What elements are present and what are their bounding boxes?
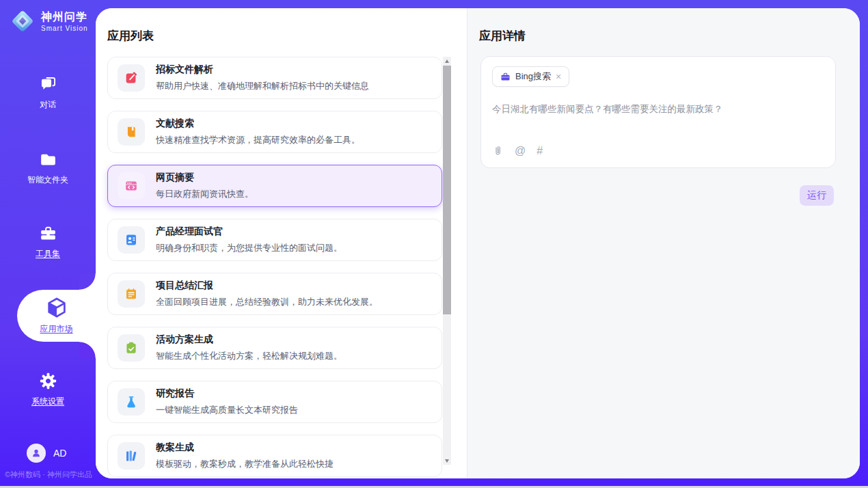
list-item-lesson-plan[interactable]: 教案生成 模板驱动，教案秒成，教学准备从此轻松快捷 <box>107 435 442 477</box>
person-icon <box>31 448 42 459</box>
content-area: 应用列表 招标文件解析 帮助用户快速、准确地理解和解析招标书中的关键信息 文献搜… <box>96 8 860 478</box>
tool-tag-label: Bing搜索 <box>515 70 551 83</box>
hashtag-icon[interactable]: # <box>537 146 543 157</box>
diamond-logo-icon <box>10 8 36 34</box>
triangle-up-icon <box>445 59 449 63</box>
app-description: 模板驱动，教案秒成，教学准备从此轻松快捷 <box>156 458 334 470</box>
app-detail-panel: 应用详情 Bing搜索 × 今日湖北有哪些新闻要点？有哪些需要关注的最新政策？ … <box>467 8 860 478</box>
list-item-web-summary[interactable]: 网页摘要 每日政府新闻资讯快查。 <box>107 165 442 207</box>
close-icon[interactable]: × <box>556 72 561 81</box>
app-title: 文献搜索 <box>156 118 360 130</box>
folder-icon <box>39 150 57 172</box>
app-description: 一键智能生成高质量长文本研究报告 <box>156 404 298 416</box>
clipboard-check-icon <box>118 334 145 362</box>
app-title: 活动方案生成 <box>156 334 342 346</box>
sidebar-item-label: 对话 <box>0 99 96 111</box>
sidebar-item-toolset[interactable]: 工具集 <box>0 224 96 260</box>
app-title: 招标文件解析 <box>156 64 369 76</box>
copyright-footer: ©神州数码 · 神州问学出品 <box>0 470 96 480</box>
app-title: 产品经理面试官 <box>156 226 342 238</box>
sidebar: 神州问学 Smart Vision 对话 智能文件夹 <box>0 0 96 488</box>
avatar <box>27 444 46 463</box>
list-item-literature-search[interactable]: 文献搜索 快速精准查找学术资源，提高研究效率的必备工具。 <box>107 111 442 153</box>
mention-icon[interactable]: @ <box>515 146 526 157</box>
sidebar-item-label: 应用市场 <box>17 323 96 335</box>
app-description: 明确身份和职责，为您提供专业性的面试问题。 <box>156 242 342 254</box>
gear-icon <box>39 372 57 393</box>
brand-name: 神州问学 <box>41 10 88 25</box>
list-item-research-report[interactable]: 研究报告 一键智能生成高质量长文本研究报告 <box>107 381 442 423</box>
app-list: 招标文件解析 帮助用户快速、准确地理解和解析招标书中的关键信息 文献搜索 快速精… <box>107 57 442 478</box>
app-title: 研究报告 <box>156 388 298 400</box>
app-title: 教案生成 <box>156 442 334 454</box>
brand-logo: 神州问学 Smart Vision <box>10 8 88 34</box>
edit-icon <box>118 64 145 92</box>
sidebar-item-settings[interactable]: 系统设置 <box>0 372 96 407</box>
tool-tag-bing-search[interactable]: Bing搜索 × <box>492 66 569 87</box>
paperclip-icon[interactable] <box>492 145 504 157</box>
cube-icon <box>45 310 68 321</box>
books-icon <box>118 442 145 470</box>
scroll-up-button[interactable] <box>443 57 451 65</box>
app-title: 网页摘要 <box>156 172 254 184</box>
briefcase-icon <box>500 72 511 82</box>
list-scrollbar[interactable] <box>443 57 451 465</box>
chat-icon <box>39 75 57 96</box>
list-item-project-summary[interactable]: 项目总结汇报 全面回顾项目进展，总结经验教训，助力未来优化发展。 <box>107 273 442 315</box>
app-description: 智能生成个性化活动方案，轻松解决规划难题。 <box>156 350 342 362</box>
app-title: 项目总结汇报 <box>156 280 378 292</box>
sidebar-item-smart-folder[interactable]: 智能文件夹 <box>0 150 96 186</box>
list-item-event-plan[interactable]: 活动方案生成 智能生成个性化活动方案，轻松解决规划难题。 <box>107 327 442 369</box>
app-description: 每日政府新闻资讯快查。 <box>156 188 254 200</box>
run-button[interactable]: 运行 <box>800 185 834 206</box>
user-initials: AD <box>53 448 66 459</box>
sidebar-item-app-market[interactable]: 应用市场 <box>17 290 96 342</box>
app-description: 全面回顾项目进展，总结经验教训，助力未来优化发展。 <box>156 296 378 308</box>
sidebar-item-chat[interactable]: 对话 <box>0 75 96 111</box>
brand-subtitle: Smart Vision <box>41 25 88 32</box>
user-account[interactable]: AD <box>27 444 66 463</box>
app-description: 帮助用户快速、准确地理解和解析招标书中的关键信息 <box>156 80 369 92</box>
app-list-panel: 应用列表 招标文件解析 帮助用户快速、准确地理解和解析招标书中的关键信息 文献搜… <box>96 8 467 478</box>
list-item-bid-parse[interactable]: 招标文件解析 帮助用户快速、准确地理解和解析招标书中的关键信息 <box>107 57 442 99</box>
list-item-pm-interviewer[interactable]: 产品经理面试官 明确身份和职责，为您提供专业性的面试问题。 <box>107 219 442 261</box>
prompt-text-input[interactable]: 今日湖北有哪些新闻要点？有哪些需要关注的最新政策？ <box>492 103 824 116</box>
web-summary-icon <box>118 172 145 200</box>
scroll-down-button[interactable] <box>443 457 451 465</box>
flask-icon <box>118 388 145 416</box>
interviewer-icon <box>118 226 145 254</box>
app-list-title: 应用列表 <box>107 28 467 44</box>
app-detail-title: 应用详情 <box>479 28 860 44</box>
sidebar-item-label: 工具集 <box>0 248 96 260</box>
app-description: 快速精准查找学术资源，提高研究效率的必备工具。 <box>156 134 360 146</box>
toolbox-icon <box>39 224 57 245</box>
attachment-toolbar: @ # <box>492 145 543 157</box>
triangle-down-icon <box>445 459 449 463</box>
project-note-icon <box>118 280 145 308</box>
book-icon <box>118 118 145 146</box>
sidebar-item-label: 智能文件夹 <box>0 174 96 186</box>
sidebar-item-label: 系统设置 <box>0 396 96 407</box>
scrollbar-thumb[interactable] <box>443 66 451 314</box>
prompt-card: Bing搜索 × 今日湖北有哪些新闻要点？有哪些需要关注的最新政策？ @ # <box>480 56 836 168</box>
